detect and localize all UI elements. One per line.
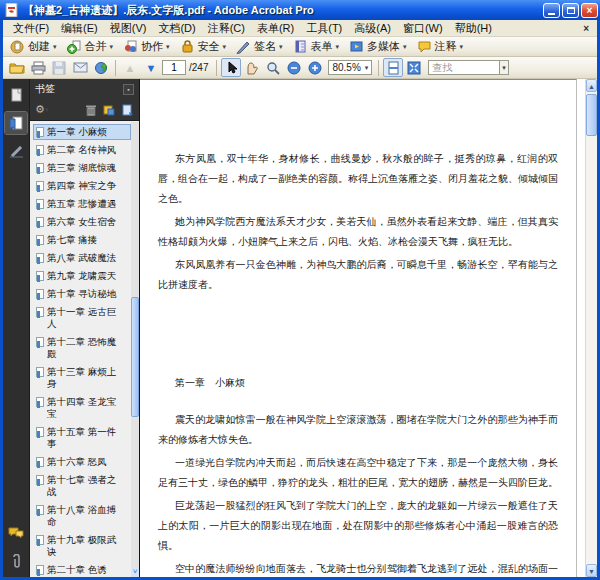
comment-button[interactable]: 注释 ▾ [414, 38, 469, 55]
secure-button[interactable]: 安全 ▾ [177, 38, 232, 55]
forms-icon [293, 39, 308, 54]
highlight-bookmark-button[interactable] [103, 104, 115, 116]
bookmark-item[interactable]: 第十二章 恐怖魔殿 [33, 334, 131, 362]
bookmark-item[interactable]: 第十章 寻访秘地 [33, 286, 131, 302]
next-page-button[interactable]: ▼ [141, 58, 161, 77]
create-pdf-icon [10, 39, 25, 54]
menu-item[interactable]: 帮助(H) [449, 20, 498, 37]
panel-options-button[interactable]: ▪ [123, 84, 134, 95]
document-scrollbar-thumb[interactable] [586, 94, 597, 136]
bookmark-item[interactable]: 第十一章 远古巨人 [33, 304, 131, 332]
pages-panel-button[interactable] [5, 84, 27, 106]
globe-upload-icon [94, 60, 109, 75]
minimize-button[interactable] [543, 3, 560, 18]
new-bookmark-button[interactable] [122, 104, 134, 116]
bookmarks-scroll-down-icon[interactable]: ˅ [131, 567, 139, 577]
bookmarks-scrollbar[interactable]: ˅ [131, 122, 139, 577]
menu-item[interactable]: 视图(V) [104, 20, 153, 37]
email-button[interactable] [70, 58, 90, 77]
menu-item[interactable]: 高级(A) [348, 20, 397, 37]
scroll-up-button[interactable]: ▲ [586, 79, 597, 92]
gear-icon: ⚙ [35, 103, 45, 116]
find-dropdown-icon[interactable]: ▾ [500, 60, 509, 75]
pdf-file-icon [5, 3, 19, 17]
menu-item[interactable]: 表单(R) [251, 20, 300, 37]
print-button[interactable] [28, 58, 48, 77]
bookmarks-panel-button[interactable] [5, 112, 27, 134]
scrolling-mode-button[interactable] [383, 58, 403, 77]
zoom-in-button[interactable] [305, 58, 325, 77]
upload-document-button[interactable] [91, 58, 111, 77]
bookmark-page-icon [36, 457, 44, 467]
close-button[interactable]: × [581, 3, 598, 18]
previous-page-button[interactable]: ▲ [120, 58, 140, 77]
bookmark-item[interactable]: 第三章 湖底惊魂 [33, 160, 131, 176]
delete-bookmark-button[interactable] [86, 104, 96, 116]
dropdown-caret-icon: ▾ [336, 43, 340, 51]
menu-items: 文件(F)编辑(E)视图(V)文档(D)注释(C)表单(R)工具(T)高级(A)… [7, 20, 498, 37]
fullscreen-button[interactable] [404, 58, 424, 77]
floppy-icon [52, 61, 66, 75]
bookmark-item[interactable]: 第二十章 色诱 [33, 562, 131, 577]
sign-button[interactable]: 签名 ▾ [233, 38, 288, 55]
menu-item[interactable]: 编辑(E) [55, 20, 104, 37]
document-scrollbar[interactable]: ▲ ▼ [585, 79, 597, 577]
scroll-down-button[interactable]: ▼ [586, 564, 597, 577]
arrow-down-icon: ▼ [146, 62, 157, 74]
menu-item[interactable]: 窗口(W) [397, 20, 449, 37]
menu-item[interactable]: 文件(F) [7, 20, 55, 37]
combine-icon [67, 39, 82, 54]
bookmark-item[interactable]: 第六章 女生宿舍 [33, 214, 131, 230]
hand-tool-button[interactable] [242, 58, 262, 77]
bookmark-page-icon [36, 199, 44, 209]
zoom-out-button[interactable] [284, 58, 304, 77]
comments-panel-button[interactable] [5, 522, 27, 544]
select-tool-button[interactable] [221, 58, 241, 77]
bookmarks-scrollbar-thumb[interactable] [131, 297, 139, 417]
bookmarks-panel: 书签 ▪ ⚙ ▾ [30, 79, 140, 577]
chapter-heading: 第一章 小麻烦 [158, 373, 558, 393]
bookmark-item[interactable]: 第十六章 怒凤 [33, 454, 131, 470]
save-button[interactable] [49, 58, 69, 77]
bookmarks-list: 第一章 小麻烦 第二章 名传神风 第三章 湖底惊魂 第四章 神宝之争 第五章 悲… [30, 121, 139, 577]
bookmark-item[interactable]: 第五章 悲惨遭遇 [33, 196, 131, 212]
zoom-level-dropdown[interactable]: 80.5% ▾ [328, 60, 372, 75]
bookmark-item[interactable]: 第十五章 第一件事 [33, 424, 131, 452]
paragraph: 空中的魔法师纷纷向地面落去，飞龙骑士也分别驾御着飞龙逃到了远处，混乱的场面一下子… [158, 559, 558, 577]
document-close-icon[interactable]: × [579, 23, 593, 34]
bookmark-item[interactable]: 第四章 神宝之争 [33, 178, 131, 194]
bookmarks-toolbar: ⚙ ▾ [30, 99, 139, 121]
dropdown-caret-icon: ▾ [460, 43, 464, 51]
create-pdf-button[interactable]: 创建 ▾ [7, 38, 62, 55]
bookmark-item[interactable]: 第八章 武破魔法 [33, 250, 131, 266]
bookmark-item[interactable]: 第一章 小麻烦 [33, 124, 131, 140]
page-number-input[interactable] [162, 60, 186, 75]
bookmark-item[interactable]: 第十八章 浴血搏命 [33, 502, 131, 530]
bookmark-item[interactable]: 第十四章 圣龙宝宝 [33, 394, 131, 422]
attachments-panel-button[interactable] [5, 550, 27, 572]
bookmark-page-icon [36, 289, 44, 299]
title-bar: 【神墓2_古神遗迹】.辰东.文字版.pdf - Adobe Acrobat Pr… [0, 0, 600, 20]
combine-button[interactable]: 合并 ▾ [64, 38, 119, 55]
bookmark-item[interactable]: 第十七章 强者之战 [33, 472, 131, 500]
marquee-zoom-button[interactable] [263, 58, 283, 77]
open-file-button[interactable] [7, 58, 27, 77]
navigation-pane-buttons [3, 79, 30, 577]
multimedia-button[interactable]: 多媒体 ▾ [346, 38, 412, 55]
bookmark-item[interactable]: 第十三章 麻烦上身 [33, 364, 131, 392]
find-input[interactable] [428, 60, 500, 75]
forms-button[interactable]: 表单 ▾ [290, 38, 345, 55]
signatures-panel-button[interactable] [5, 140, 27, 162]
bookmark-options-button[interactable]: ⚙ ▾ [35, 103, 48, 116]
menu-item[interactable]: 文档(D) [152, 20, 201, 37]
bookmark-item[interactable]: 第九章 龙啸震天 [33, 268, 131, 284]
maximize-button[interactable] [562, 3, 579, 18]
bookmark-item[interactable]: 第二章 名传神风 [33, 142, 131, 158]
menu-item[interactable]: 工具(T) [300, 20, 348, 37]
menu-item[interactable]: 注释(C) [202, 20, 251, 37]
bookmark-item[interactable]: 第七章 痛揍 [33, 232, 131, 248]
bookmark-item[interactable]: 第十九章 极限武诀 [33, 532, 131, 560]
collaborate-button[interactable]: 协作 ▾ [120, 38, 175, 55]
bookmark-page-icon [36, 505, 44, 515]
dropdown-caret-icon: ▾ [53, 43, 57, 51]
